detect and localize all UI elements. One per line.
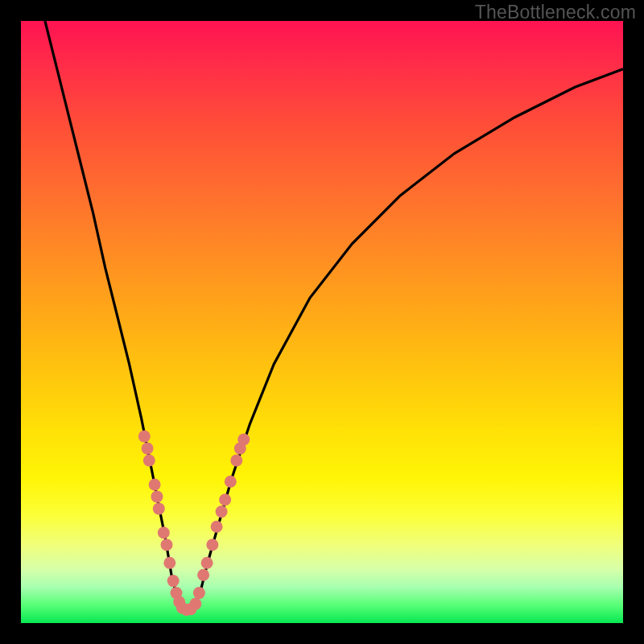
data-dot [161, 539, 173, 551]
data-dot [193, 587, 205, 599]
data-dot [225, 476, 237, 488]
data-dot [189, 598, 201, 610]
data-dot [230, 455, 242, 467]
data-dot [201, 557, 213, 569]
data-dot [197, 569, 209, 581]
data-dot [138, 431, 151, 443]
chart-frame: TheBottleneck.com [0, 0, 644, 644]
data-dots [138, 431, 250, 616]
data-dot [153, 502, 165, 514]
data-dot [167, 575, 180, 587]
data-dot [151, 490, 163, 502]
bottleneck-curve [45, 21, 623, 611]
data-dot [163, 557, 175, 569]
data-dot [143, 455, 155, 467]
plot-area [21, 21, 623, 623]
data-dot [219, 493, 231, 506]
watermark-text: TheBottleneck.com [475, 2, 636, 23]
data-dot [237, 433, 250, 445]
data-dot [216, 506, 228, 518]
data-dot [149, 479, 161, 491]
data-dot [158, 526, 170, 539]
curve-svg [21, 21, 623, 623]
data-dot [206, 539, 218, 551]
data-dot [142, 443, 154, 455]
data-dot [211, 521, 223, 533]
